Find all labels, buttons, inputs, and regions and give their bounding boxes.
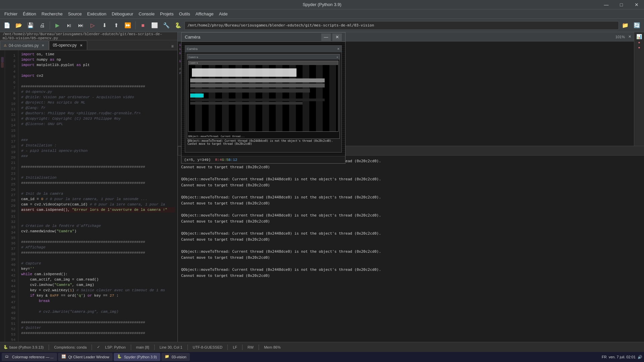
camera-image-area: Caméra ✕ Caméra✕ Caméra: [181, 42, 345, 156]
title-bar: Spyder (Python 3.9) — □ ✕: [0, 0, 644, 9]
debug-continue-button[interactable]: ⏩: [122, 20, 133, 31]
file-path-text: /mnt/home2/phroy/Bureau/seriousgames/ble…: [3, 32, 175, 40]
secondary-close[interactable]: ✕: [628, 35, 631, 39]
debug-step-button[interactable]: ⬇: [99, 20, 110, 31]
run-cell-button[interactable]: ⏯: [64, 20, 74, 31]
conda-indicator: 🐍 base (Python 3.9.13): [3, 345, 44, 349]
menu-outils[interactable]: Outils: [176, 10, 193, 18]
menu-fichier[interactable]: Fichier: [2, 10, 20, 18]
console-line: Cannot move to target thread (0x20c2cd0): [181, 182, 641, 188]
maximize-button[interactable]: □: [614, 0, 629, 9]
settings-button[interactable]: 🔧: [161, 20, 172, 31]
console-line: QObject::moveToThread: Current thread (0…: [181, 194, 641, 200]
file-path-bar: /mnt/home2/phroy/Bureau/seriousgames/ble…: [0, 32, 177, 40]
window-title: Spyder (Python 3.9): [303, 2, 341, 7]
tab-05-opencv[interactable]: 05-opencv.py ✕: [49, 41, 87, 50]
main-toolbar: 📄 📂 💾 🖨 ▶ ⏯ ⏭ ▷ ⬇ ⬆ ⏩ ■ ⬜ 🔧 🐍 /mnt/home2…: [0, 19, 644, 32]
menu-console[interactable]: Console: [136, 10, 157, 18]
status-separator-6: [227, 345, 228, 350]
console-output: QObject::moveToThread: Current thread (0…: [178, 156, 644, 352]
menu-affichage[interactable]: Affichage: [193, 10, 216, 18]
run-button[interactable]: ▶: [52, 20, 63, 31]
spyder-icon: 🐍: [117, 354, 122, 360]
menu-bar: Fichier Édition Recherche Source Exécuti…: [0, 9, 644, 19]
camera-r-value: R:4: [215, 158, 222, 162]
menu-debogueur[interactable]: Débogueur: [109, 10, 136, 18]
python-button[interactable]: 🐍: [173, 20, 183, 31]
console-line: QObject::moveToThread: Current thread (0…: [181, 213, 641, 219]
status-separator-4: [154, 345, 155, 350]
toolbar-separator-2: [135, 21, 136, 29]
tab-04-close[interactable]: ✕: [41, 43, 45, 48]
menu-projets[interactable]: Projets: [157, 10, 176, 18]
close-button[interactable]: ✕: [629, 0, 644, 9]
right-sidebar: 📊 ● ●: [634, 32, 644, 146]
taskbar-spyder-label: Spyder (Python 3.9): [124, 355, 157, 359]
rw-status: RW: [248, 345, 254, 349]
menu-aide[interactable]: Aide: [216, 10, 230, 18]
qt-icon: 🪟: [61, 354, 67, 360]
console-line: Cannot move to target thread (0x20c2cd0): [181, 255, 641, 261]
taskbar: 🗂 Colormap reference — ... 🪟 Qt Client L…: [0, 352, 644, 362]
console-line: QObject::moveToThread: Current thread (0…: [181, 267, 641, 273]
taskbar-qt-label: Qt Client Leader Window: [68, 355, 109, 359]
minimize-button[interactable]: —: [599, 0, 614, 9]
menu-execution[interactable]: Exécution: [85, 10, 109, 18]
sync-button[interactable]: 🔄: [632, 20, 642, 31]
line-ending-status: LF: [233, 345, 237, 349]
console-line: Cannot move to target thread (0x20c2cd0): [181, 273, 641, 279]
conda-icon: 🐍: [3, 345, 8, 349]
volume-icon[interactable]: 🔊: [638, 355, 642, 359]
camera-title-bar: Caméra — ✕: [181, 33, 345, 42]
taskbar-item-colormap[interactable]: 🗂 Colormap reference — ...: [2, 353, 57, 361]
camera-window: Caméra — ✕ Caméra ✕ Caméra✕: [181, 32, 345, 164]
open-file-button[interactable]: 📂: [13, 20, 24, 31]
tab-warn-icon: ⚠: [4, 44, 7, 47]
tabs-bar: ⚠ 04-cnn-cartes.py ✕ 05-opencv.py ✕ ≡: [0, 40, 177, 50]
code-content: import os, time import numpy as np impor…: [18, 50, 177, 352]
camera-status-bar: (x=5, y=349) R:4 G:5 B:12: [181, 156, 345, 163]
menu-recherche[interactable]: Recherche: [39, 10, 65, 18]
sidebar-icon-2[interactable]: ●: [638, 41, 640, 45]
camera-close-button[interactable]: ✕: [332, 34, 342, 41]
menu-source[interactable]: Source: [65, 10, 85, 18]
console-line: QObject::moveToThread: Current thread (0…: [181, 231, 641, 237]
zoom-level: 101%: [615, 35, 625, 39]
tab-04-cnn[interactable]: ⚠ 04-cnn-cartes.py ✕: [0, 41, 49, 50]
camera-visualization: Caméra ✕ Caméra✕ Caméra: [181, 42, 345, 156]
debug-button[interactable]: ▷: [87, 20, 98, 31]
run-selection-button[interactable]: ⏭: [75, 20, 86, 31]
save-all-button[interactable]: 🖨: [37, 20, 48, 31]
save-file-button[interactable]: 💾: [25, 20, 36, 31]
stop-button[interactable]: ■: [138, 20, 148, 31]
status-separator-1: [49, 345, 49, 350]
sidebar-icon-1[interactable]: 📊: [636, 34, 642, 40]
gutter: [0, 50, 5, 352]
path-text: /mnt/home2/phroy/Bureau/seriousgames/ble…: [187, 23, 374, 27]
status-separator-3: [131, 345, 131, 350]
tab-menu-button[interactable]: ≡: [169, 43, 176, 50]
browse-button[interactable]: 📁: [620, 20, 631, 31]
taskbar-item-qt[interactable]: 🪟 Qt Client Leader Window: [58, 353, 113, 361]
status-separator-7: [242, 345, 243, 350]
console-line: QObject::moveToThread: Current thread (0…: [181, 176, 641, 182]
status-bar: 🐍 base (Python 3.9.13) Completions: cond…: [0, 342, 644, 352]
status-separator-8: [259, 345, 259, 350]
camera-minimize-button[interactable]: —: [321, 34, 331, 41]
tab-05-label: 05-opencv.py: [53, 43, 76, 48]
cursor-position: Line 30, Col 1: [160, 345, 182, 349]
taskbar-03vision-label: 03-vision: [172, 355, 186, 359]
menu-edition[interactable]: Édition: [20, 10, 39, 18]
path-bar[interactable]: /mnt/home2/phroy/Bureau/seriousgames/ble…: [184, 21, 619, 30]
taskbar-item-03vision[interactable]: 📁 03-vision: [161, 353, 190, 361]
git-branch: main [8]: [136, 345, 149, 349]
sidebar-icon-3[interactable]: ●: [638, 46, 640, 50]
new-file-button[interactable]: 📄: [2, 20, 12, 31]
taskbar-item-spyder[interactable]: 🐍 Spyder (Python 3.9): [114, 353, 160, 361]
system-clock: FR ven. 7 juil. 02:01 🔊: [602, 355, 642, 359]
debug-step-out-button[interactable]: ⬆: [111, 20, 121, 31]
maximize-panel-button[interactable]: ⬜: [149, 20, 160, 31]
toolbar-separator-1: [50, 21, 50, 29]
tab-05-close[interactable]: ✕: [79, 43, 84, 48]
status-separator-2: [92, 345, 92, 350]
